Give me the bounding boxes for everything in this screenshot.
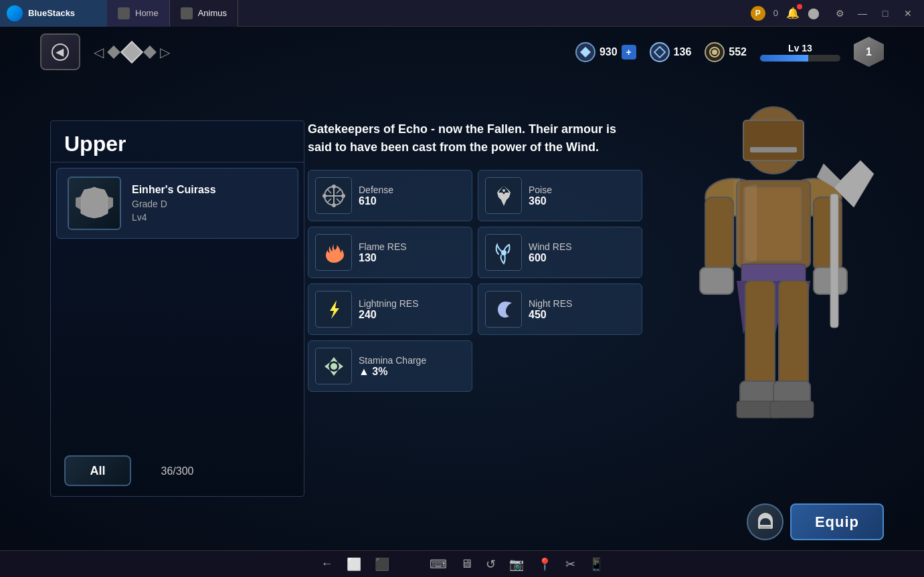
- svg-rect-25: [700, 267, 733, 294]
- title-bar-controls: P 0 🔔 ⬤ ⚙ — □ ✕: [751, 4, 924, 23]
- defense-info: Defense 610: [359, 185, 393, 207]
- top-hud: ◀ ◁ ▷ 930 +: [40, 33, 884, 70]
- recent-nav-icon[interactable]: ⬛: [375, 557, 389, 572]
- defense-icon-box: [315, 177, 352, 214]
- svg-point-11: [322, 194, 327, 198]
- close-button[interactable]: ✕: [899, 4, 917, 23]
- nav-diamond-large[interactable]: [120, 41, 143, 64]
- flame-value: 130: [359, 252, 407, 264]
- animus-tab-label: Animus: [198, 8, 227, 18]
- tab-home[interactable]: Home: [107, 0, 170, 27]
- svg-text:◀: ◀: [56, 46, 64, 57]
- nav-diamond-small-left: [107, 45, 120, 59]
- back-button[interactable]: ◀: [40, 33, 80, 70]
- xp-fill: [760, 55, 808, 62]
- settings-button[interactable]: ⚙: [830, 4, 849, 23]
- svg-rect-23: [705, 197, 733, 271]
- lightning-info: Lightning RES 240: [359, 298, 419, 321]
- svg-rect-17: [743, 120, 804, 160]
- currency1-icon: [575, 42, 595, 62]
- lightning-value: 240: [359, 309, 419, 321]
- currency2-stat: 136: [650, 42, 692, 62]
- scissors-icon[interactable]: ✂: [565, 557, 575, 572]
- phone-icon[interactable]: 📱: [589, 557, 604, 572]
- stat-defense: Defense 610: [308, 170, 472, 221]
- svg-point-13: [502, 189, 505, 192]
- tab-animus[interactable]: Animus: [170, 0, 238, 27]
- animus-icon: [181, 7, 193, 19]
- screenshot-icon[interactable]: 📷: [509, 557, 524, 572]
- nav-arrows: ◁ ▷: [94, 44, 170, 60]
- rotate-icon[interactable]: ↺: [486, 557, 496, 572]
- night-name: Night RES: [529, 298, 572, 309]
- add-currency1-button[interactable]: +: [622, 45, 636, 60]
- location-icon[interactable]: 📍: [537, 557, 552, 572]
- stamina-name: Stamina Charge: [359, 355, 426, 366]
- shield-value: 1: [866, 46, 872, 58]
- maximize-button[interactable]: □: [876, 4, 895, 23]
- window-controls: ⚙ — □ ✕: [830, 4, 917, 23]
- all-button[interactable]: All: [64, 455, 131, 486]
- poise-icon-box: [485, 177, 522, 214]
- nav-diamond-small-right: [143, 45, 157, 59]
- back-nav-icon[interactable]: ←: [321, 557, 333, 571]
- currency3-stat: 552: [705, 42, 747, 62]
- stat-lightning: Lightning RES 240: [308, 283, 472, 335]
- svg-rect-30: [779, 281, 808, 388]
- item-description: Gatekeepers of Echo - now the Fallen. Th…: [308, 120, 642, 156]
- points-label: P: [755, 9, 761, 18]
- svg-point-9: [332, 185, 336, 189]
- stamina-value: ▲ 3%: [359, 366, 426, 378]
- svg-point-5: [712, 49, 717, 55]
- notification-dot: [797, 4, 802, 9]
- flame-icon-box: [315, 234, 352, 271]
- level-display: Lv 13: [760, 43, 840, 62]
- keyboard-icon[interactable]: ⌨: [430, 557, 447, 572]
- record-icon[interactable]: ⬤: [808, 7, 820, 19]
- defense-value: 610: [359, 195, 393, 207]
- helmet-button[interactable]: [747, 503, 783, 540]
- nav-right-arrow[interactable]: ▷: [160, 44, 170, 60]
- level-text: Lv 13: [788, 43, 812, 53]
- screen-icon[interactable]: 🖥: [460, 557, 472, 571]
- svg-point-15: [331, 363, 337, 370]
- defense-name: Defense: [359, 185, 393, 195]
- wind-info: Wind RES 600: [529, 241, 572, 264]
- title-bar: BlueStacks Home Animus P 0 🔔 ⬤ ⚙ — □ ✕: [0, 0, 924, 27]
- stamina-info: Stamina Charge ▲ 3%: [359, 355, 426, 378]
- bell-icon[interactable]: 🔔: [786, 7, 800, 19]
- stat-flame: Flame RES 130: [308, 227, 472, 278]
- points-icon: P: [751, 6, 765, 21]
- flame-info: Flame RES 130: [359, 241, 407, 264]
- stat-stamina: Stamina Charge ▲ 3%: [308, 340, 472, 392]
- notification-area: 🔔: [786, 7, 800, 19]
- currency2-value: 136: [674, 46, 692, 58]
- stamina-icon-box: [315, 348, 352, 384]
- svg-marker-2: [580, 47, 591, 57]
- item-card[interactable]: Einher's Cuirass Grade D Lv4: [56, 168, 298, 239]
- character-area: [633, 74, 887, 528]
- wind-value: 600: [529, 252, 572, 264]
- home-nav-icon[interactable]: ⬜: [347, 557, 361, 572]
- currency3-value: 552: [729, 46, 747, 58]
- wind-icon-box: [485, 234, 522, 271]
- bluestacks-logo: BlueStacks: [0, 0, 107, 27]
- night-icon-box: [485, 291, 522, 328]
- currency1-value: 930: [599, 46, 618, 58]
- item-info: Einher's Cuirass Grade D Lv4: [132, 184, 216, 223]
- item-count: 36/300: [161, 465, 194, 477]
- equip-area: Equip: [747, 503, 884, 540]
- home-icon: [118, 7, 130, 19]
- game-area: ◀ ◁ ▷ 930 +: [0, 27, 924, 550]
- equip-button[interactable]: Equip: [790, 503, 884, 540]
- nav-left-arrow[interactable]: ◁: [94, 44, 104, 60]
- xp-bar: [760, 55, 840, 62]
- stat-wind: Wind RES 600: [478, 227, 642, 278]
- left-panel: Upper Einher's Cuirass Grade D Lv4 All 3…: [50, 120, 304, 497]
- home-tab-label: Home: [135, 8, 159, 18]
- svg-rect-34: [770, 401, 814, 418]
- minimize-button[interactable]: —: [853, 4, 872, 23]
- currency2-icon: [650, 42, 670, 62]
- item-name: Einher's Cuirass: [132, 184, 216, 196]
- stat-poise: Poise 360: [478, 170, 642, 221]
